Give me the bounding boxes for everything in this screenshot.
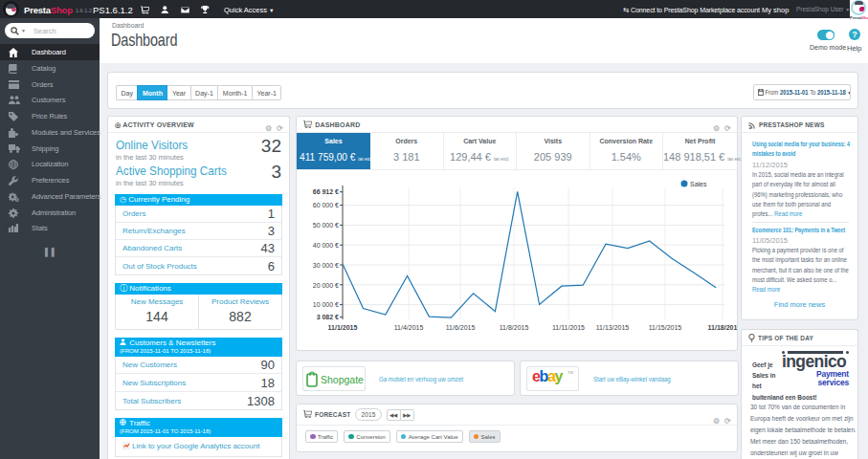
- svg-text:Sales: Sales: [690, 181, 707, 187]
- svg-text:40 000 €: 40 000 €: [313, 242, 339, 249]
- svg-text:11/4/2015: 11/4/2015: [394, 324, 424, 331]
- svg-text:11/15/2015: 11/15/2015: [649, 324, 682, 331]
- svg-text:11/8/2015: 11/8/2015: [500, 324, 529, 331]
- svg-text:11/1/2015: 11/1/2015: [328, 324, 358, 331]
- svg-text:10 000 €: 10 000 €: [313, 301, 339, 308]
- svg-text:3 082 €: 3 082 €: [317, 314, 339, 320]
- svg-text:11/6/2015: 11/6/2015: [446, 324, 476, 331]
- svg-text:20 000 €: 20 000 €: [313, 282, 339, 289]
- svg-text:50 000 €: 50 000 €: [313, 222, 339, 229]
- svg-text:66 912 €: 66 912 €: [313, 188, 339, 195]
- svg-text:30 000 €: 30 000 €: [313, 262, 339, 269]
- svg-text:11/13/2015: 11/13/2015: [596, 324, 630, 331]
- svg-text:11/18/201: 11/18/201: [708, 324, 737, 331]
- svg-text:11/11/2015: 11/11/2015: [552, 324, 585, 331]
- svg-text:60 000 €: 60 000 €: [313, 202, 339, 208]
